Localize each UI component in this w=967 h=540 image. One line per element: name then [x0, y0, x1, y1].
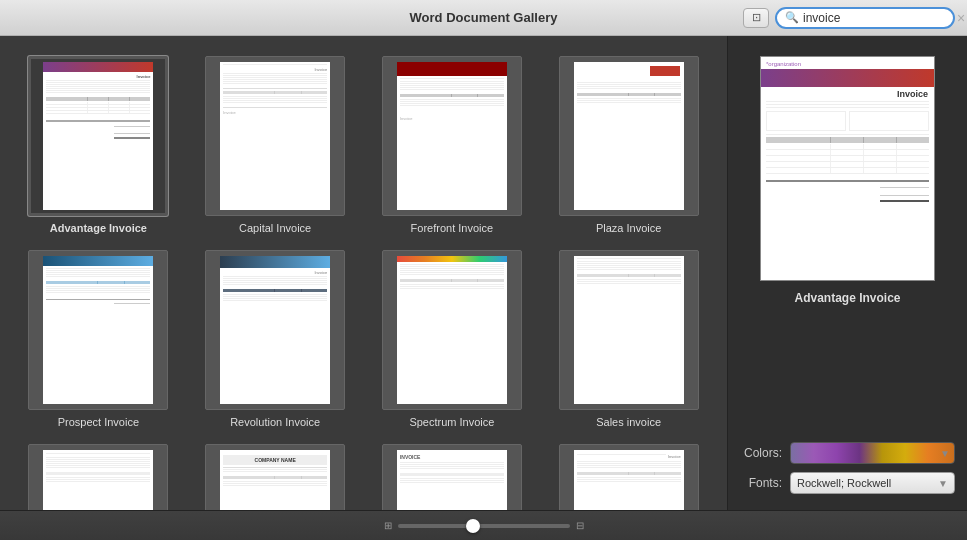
- thumb-revolution: Invoice: [205, 250, 345, 410]
- template-forefront-invoice[interactable]: Invoice Forefront Invoice: [366, 52, 539, 238]
- template-plain4[interactable]: Invoice: [542, 440, 715, 510]
- search-clear-button[interactable]: ×: [957, 11, 965, 25]
- template-label-forefront: Forefront Invoice: [411, 222, 494, 234]
- thumb-advantage-selected: Invoice: [28, 56, 168, 216]
- title-bar-controls: ⊡ 🔍 ×: [743, 7, 955, 29]
- thumb-inner-plaza: [574, 62, 684, 210]
- thumb-plain4: Invoice: [559, 444, 699, 510]
- colors-row: Colors: ▼: [740, 442, 955, 464]
- template-capital-invoice[interactable]: Invoice: [189, 52, 362, 238]
- view-icon: ⊡: [752, 11, 761, 24]
- thumb-inner-capital: Invoice: [220, 62, 330, 210]
- preview-header-gradient: [761, 69, 934, 87]
- template-label-advantage: Advantage Invoice: [50, 222, 147, 234]
- thumb-inner-plain3: INVOICE: [397, 450, 507, 510]
- thumb-plain3: INVOICE: [382, 444, 522, 510]
- preview-line-4: [766, 134, 929, 135]
- thumb-plain1: [28, 444, 168, 510]
- colors-label: Colors:: [740, 446, 782, 460]
- thumb-spectrum: [382, 250, 522, 410]
- preview-line-3: [766, 107, 929, 108]
- thumb-capital: Invoice: [205, 56, 345, 216]
- template-plaza-invoice[interactable]: Plaza Invoice: [542, 52, 715, 238]
- template-plain3[interactable]: INVOICE: [366, 440, 539, 510]
- fonts-dropdown[interactable]: Rockwell; Rockwell ▼: [790, 472, 955, 494]
- preview-line-1: [766, 101, 929, 102]
- fonts-row: Fonts: Rockwell; Rockwell ▼: [740, 472, 955, 494]
- view-button[interactable]: ⊡: [743, 8, 769, 28]
- zoom-large-icon: ⊟: [576, 520, 584, 531]
- template-spectrum-invoice[interactable]: Spectrum Invoice: [366, 246, 539, 432]
- zoom-slider-container: ⊞ ⊟: [384, 520, 584, 531]
- preview-section: [766, 111, 929, 131]
- template-label-revolution: Revolution Invoice: [230, 416, 320, 428]
- preview-block-right: [849, 111, 929, 131]
- thumb-inner-plain1: [43, 450, 153, 510]
- gallery: Invoice: [0, 36, 727, 510]
- zoom-small-icon: ⊞: [384, 520, 392, 531]
- fonts-dropdown-arrow: ▼: [938, 478, 948, 489]
- template-advantage-invoice-selected[interactable]: Invoice: [12, 52, 185, 238]
- thumb-inner-prospect: [43, 256, 153, 404]
- preview-org-text: *organization: [761, 57, 934, 67]
- thumb-inner-forefront: Invoice: [397, 62, 507, 210]
- preview-block-left: [766, 111, 846, 131]
- thumb-inner-revolution: Invoice: [220, 256, 330, 404]
- template-sales-invoice[interactable]: Sales invoice: [542, 246, 715, 432]
- thumb-sales: [559, 250, 699, 410]
- bottom-bar: ⊞ ⊟: [0, 510, 967, 540]
- template-label-spectrum: Spectrum Invoice: [409, 416, 494, 428]
- thumb-inner-plain2: COMPANY NAME: [220, 450, 330, 510]
- search-icon: 🔍: [785, 11, 799, 24]
- template-revolution-invoice[interactable]: Invoice: [189, 246, 362, 432]
- thumb-forefront: Invoice: [382, 56, 522, 216]
- template-plain2[interactable]: COMPANY NAME: [189, 440, 362, 510]
- thumb-plaza: [559, 56, 699, 216]
- main-content: Invoice: [0, 36, 967, 510]
- thumb-plain2: COMPANY NAME: [205, 444, 345, 510]
- preview-controls: Colors: ▼ Fonts: Rockwell; Rockwell ▼: [740, 442, 955, 494]
- zoom-slider-track[interactable]: [398, 524, 570, 528]
- thumb-prospect: [28, 250, 168, 410]
- thumb-inner-spectrum: [397, 256, 507, 404]
- template-plain1[interactable]: [12, 440, 185, 510]
- fonts-label: Fonts:: [740, 476, 782, 490]
- thumb-inner-sales: [574, 256, 684, 404]
- title-bar: Word Document Gallery ⊡ 🔍 ×: [0, 0, 967, 36]
- template-prospect-invoice[interactable]: Prospect Invoice: [12, 246, 185, 432]
- colors-dropdown-arrow: ▼: [940, 448, 950, 459]
- preview-panel: *organization Invoice: [727, 36, 967, 510]
- preview-line-2: [766, 104, 929, 105]
- template-label-plaza: Plaza Invoice: [596, 222, 661, 234]
- thumb-inner-plain4: Invoice: [574, 450, 684, 510]
- search-bar: 🔍 ×: [775, 7, 955, 29]
- preview-invoice-text: Invoice: [761, 89, 934, 99]
- colors-swatch-dropdown[interactable]: ▼: [790, 442, 955, 464]
- template-label-sales: Sales invoice: [596, 416, 661, 428]
- search-input[interactable]: [803, 11, 953, 25]
- preview-thumb: *organization Invoice: [760, 56, 935, 281]
- font-value: Rockwell; Rockwell: [797, 477, 891, 489]
- template-label-capital: Capital Invoice: [239, 222, 311, 234]
- thumb-inner: Invoice: [43, 62, 153, 210]
- template-label-prospect: Prospect Invoice: [58, 416, 139, 428]
- preview-label: Advantage Invoice: [794, 291, 900, 305]
- zoom-slider-thumb[interactable]: [466, 519, 480, 533]
- title-bar-title: Word Document Gallery: [410, 10, 558, 25]
